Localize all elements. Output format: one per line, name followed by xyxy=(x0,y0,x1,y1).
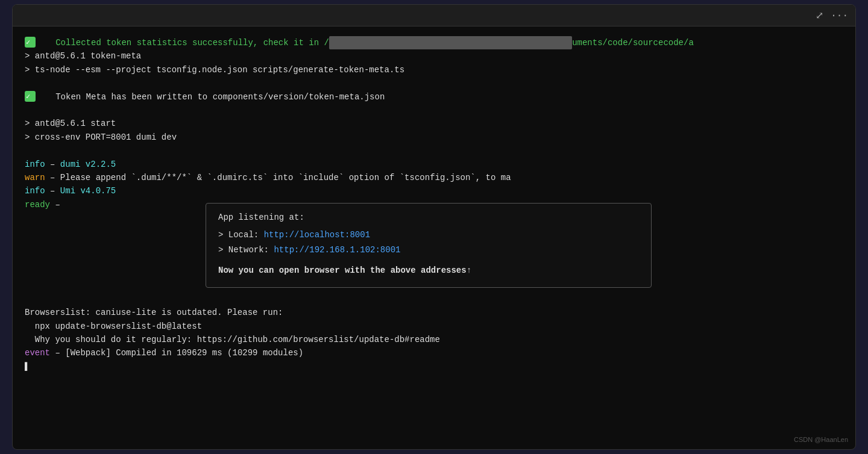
watermark: CSDN @HaanLen xyxy=(794,435,848,446)
checkbox-icon xyxy=(25,37,36,48)
warn-text: Please append `.dumi/**/*` & `.dumirc.ts… xyxy=(60,171,511,184)
ready-label-container: ready – xyxy=(25,198,109,211)
cmd3-line: > antd@5.6.1 start xyxy=(25,117,843,130)
info2-dash: – xyxy=(45,184,60,197)
cursor: ▌ xyxy=(25,360,30,373)
info1-dash: – xyxy=(45,158,60,171)
cmd1-line: > antd@5.6.1 token-meta xyxy=(25,49,843,63)
event-line: event – [Webpack] Compiled in 109629 ms … xyxy=(25,346,843,359)
cmd4-line: > cross-env PORT=8001 dumi dev xyxy=(25,131,843,144)
info2-line: info – Umi v4.0.75 xyxy=(25,184,843,197)
ready-label-text: ready xyxy=(25,200,50,210)
network-label: > Network: xyxy=(218,245,274,255)
info-box: App listening at: > Local: http://localh… xyxy=(206,203,652,288)
collected-line: Collected token statistics successfully,… xyxy=(25,36,843,49)
local-row: > Local: http://localhost:8001 xyxy=(218,228,639,243)
browserslist2-line: npx update-browserslist-db@latest xyxy=(25,320,843,333)
terminal-titlebar: ⤢ ··· xyxy=(13,5,855,26)
browserslist3-line: Why you should do it regularly: https://… xyxy=(25,333,843,346)
info2-version: Umi v4.0.75 xyxy=(60,184,116,197)
network-url[interactable]: http://192.168.1.102:8001 xyxy=(274,245,400,255)
token-meta-line: Token Meta has been written to component… xyxy=(25,90,843,104)
app-listening-title: App listening at: xyxy=(218,211,639,224)
terminal-window: ⤢ ··· Collected token statistics success… xyxy=(12,4,856,450)
event-dash: – xyxy=(50,346,65,359)
token-meta-text: Token Meta has been written to component… xyxy=(40,90,385,104)
cmd2-text: > ts-node --esm --project tsconfig.node.… xyxy=(25,63,404,76)
ready-dash: – xyxy=(55,200,60,210)
local-url[interactable]: http://localhost:8001 xyxy=(264,230,370,240)
network-row: > Network: http://192.168.1.102:8001 xyxy=(218,243,639,258)
cmd1-text: > antd@5.6.1 token-meta xyxy=(25,49,141,63)
expand-icon[interactable]: ⤢ xyxy=(816,10,823,22)
collected-text: Collected token statistics successfully,… xyxy=(40,36,329,49)
warn-label: warn xyxy=(25,171,45,184)
checkbox-icon-2 xyxy=(25,91,36,102)
blank4 xyxy=(25,293,843,306)
terminal-body: Collected token statistics successfully,… xyxy=(13,26,855,450)
cmd3-text: > antd@5.6.1 start xyxy=(25,117,116,130)
browserslist1-line: Browserslist: caniuse-lite is outdated. … xyxy=(25,306,843,319)
collected-path-suffix: uments/code/sourcecode/a xyxy=(572,36,694,49)
cmd2-line: > ts-node --esm --project tsconfig.node.… xyxy=(25,63,843,76)
info1-label: info xyxy=(25,158,45,171)
cmd4-text: > cross-env PORT=8001 dumi dev xyxy=(25,131,177,144)
blank1 xyxy=(25,76,843,90)
browserslist1-text: Browserslist: caniuse-lite is outdated. … xyxy=(25,306,283,319)
open-browser-text: Now you can open browser with the above … xyxy=(218,264,639,277)
local-label: > Local: xyxy=(218,230,264,240)
browserslist2-text: npx update-browserslist-db@latest xyxy=(25,320,202,333)
event-text: [Webpack] Compiled in 109629 ms (10299 m… xyxy=(65,346,303,359)
more-icon[interactable]: ··· xyxy=(831,10,848,21)
warn-line: warn – Please append `.dumi/**/*` & `.du… xyxy=(25,171,843,184)
info1-version: dumi v2.2.5 xyxy=(60,158,116,171)
info1-line: info – dumi v2.2.5 xyxy=(25,158,843,171)
blank3 xyxy=(25,144,843,157)
cursor-line: ▌ xyxy=(25,360,843,373)
titlebar-controls: ⤢ ··· xyxy=(816,10,848,22)
blank2 xyxy=(25,104,843,117)
info2-label: info xyxy=(25,184,45,197)
blurred-path xyxy=(329,36,572,49)
event-label: event xyxy=(25,346,50,359)
warn-dash: – xyxy=(45,171,60,184)
browserslist3-text: Why you should do it regularly: https://… xyxy=(25,333,440,346)
ready-block: ready – App listening at: > Local: http:… xyxy=(25,198,843,293)
